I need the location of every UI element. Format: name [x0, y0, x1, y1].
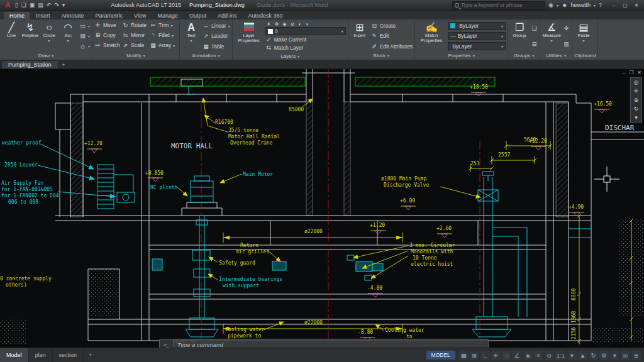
search-input[interactable]: [461, 2, 543, 8]
pan-icon[interactable]: ✛: [634, 88, 639, 94]
isodraft-icon[interactable]: ◇: [502, 351, 511, 360]
ribbon-tab[interactable]: Insert: [30, 12, 56, 19]
binoculars-icon[interactable]: ◉: [548, 2, 553, 8]
modify-tool-button[interactable]: ⇗ Scale: [122, 41, 150, 50]
modify-tool-button[interactable]: ◝ Fillet ▾: [150, 31, 177, 40]
navbar-menu-icon[interactable]: ▾: [635, 114, 638, 121]
block-tool-button[interactable]: ✐ Edit Attributes: [371, 42, 413, 50]
layer-on-icon[interactable]: ☀: [267, 21, 271, 27]
group-button[interactable]: ❐ Group: [510, 21, 529, 52]
draw-small-button[interactable]: ◇ ▾: [79, 42, 90, 50]
doc-close-icon[interactable]: ✕: [637, 70, 641, 75]
property-dropdown[interactable]: ByLayer ▾: [448, 42, 506, 50]
doc-minimize-icon[interactable]: ‒: [623, 70, 625, 75]
panel-title-block[interactable]: Block▾: [350, 52, 413, 60]
layer-unisolate-icon[interactable]: ◑: [305, 21, 308, 27]
modify-tool-button[interactable]: ✛ Move: [94, 21, 122, 30]
lineweight-icon[interactable]: ≡: [534, 351, 543, 360]
grid-icon[interactable]: ▦: [459, 351, 469, 360]
layer-off-icon[interactable]: ⊘: [291, 21, 295, 27]
ribbon-tab[interactable]: Home: [4, 12, 30, 19]
zoom-icon[interactable]: ⊕: [634, 97, 639, 103]
undo-icon[interactable]: ↶: [47, 2, 52, 8]
utility-tool-button[interactable]: ✜: [563, 25, 570, 33]
draw-tool-button[interactable]: ○ Circle ▾: [40, 21, 58, 52]
selection-cycling-icon[interactable]: ⊙: [545, 351, 554, 360]
property-dropdown[interactable]: ByLayer ▾: [448, 22, 506, 30]
doc-restore-icon[interactable]: ❐: [629, 70, 633, 75]
maximize-button[interactable]: ▢: [620, 3, 630, 8]
redo-icon[interactable]: ↷: [54, 2, 59, 8]
panel-title-layers[interactable]: Layers▾: [235, 52, 346, 60]
autocad-logo-icon[interactable]: A: [3, 1, 13, 9]
annotation-tool-button[interactable]: ▦ Table: [203, 42, 230, 50]
save-icon[interactable]: ▣: [30, 2, 35, 8]
qat-menu-icon[interactable]: ▾: [62, 2, 65, 8]
autoscale-icon[interactable]: ↻: [589, 351, 598, 360]
layer-isolate-icon[interactable]: ◐: [298, 21, 301, 27]
signed-in-user[interactable]: hewetth: [570, 2, 591, 8]
panel-title-properties[interactable]: Properties▾: [417, 52, 506, 60]
layout-tab[interactable]: section: [53, 348, 84, 362]
plot-icon[interactable]: ▤: [38, 2, 43, 8]
draw-tool-button[interactable]: ↯ Polyline: [21, 21, 40, 52]
group-tool-button[interactable]: ❏: [531, 25, 538, 33]
modify-tool-button[interactable]: ⊞ Copy: [94, 31, 122, 40]
new-layout-button[interactable]: +: [84, 352, 97, 358]
otrack-icon[interactable]: ∠: [513, 351, 522, 360]
ribbon-tab[interactable]: Autodesk 360: [243, 12, 289, 19]
annotation-tool-button[interactable]: ↔ Linear ▾: [203, 22, 230, 30]
utility-tool-button[interactable]: ▥: [563, 40, 570, 48]
snap-icon[interactable]: ⊞: [470, 351, 479, 360]
draw-small-button[interactable]: ▨ ▾: [79, 32, 90, 40]
search-box[interactable]: [452, 1, 545, 9]
scale-menu-icon[interactable]: ▾: [567, 351, 577, 360]
workspace-menu-icon[interactable]: ▾: [610, 351, 619, 360]
draw-tool-button[interactable]: ╱ Line: [2, 21, 21, 52]
match-properties-button[interactable]: ✍ Match Properties: [417, 21, 446, 52]
annotation-scale-label[interactable]: 1:1: [555, 351, 566, 360]
panel-title-groups[interactable]: Groups▾: [510, 52, 538, 60]
panel-title-annotation[interactable]: Annotation▾: [182, 52, 230, 60]
model-space-badge[interactable]: MODEL: [426, 351, 455, 359]
measure-button[interactable]: ∡ Measure ▾: [542, 21, 561, 52]
minimize-button[interactable]: ‒: [609, 3, 619, 8]
annotation-visibility-icon[interactable]: ▲: [578, 351, 587, 360]
layout-tab[interactable]: Model: [0, 348, 29, 362]
ortho-icon[interactable]: ∟: [480, 351, 490, 360]
search-menu-icon[interactable]: ▾: [557, 3, 558, 8]
new-file-icon[interactable]: ▯: [15, 2, 18, 8]
modify-tool-button[interactable]: ✂ Trim ▾: [150, 21, 177, 30]
ribbon-tab[interactable]: Manage: [152, 12, 184, 19]
command-line[interactable]: >_ Type a command: [159, 339, 489, 348]
ribbon-tab[interactable]: Add-ins: [212, 12, 243, 19]
new-file-tab-button[interactable]: +: [58, 61, 69, 69]
file-tab[interactable]: Pumping_Station: [1, 60, 58, 69]
ribbon-tab[interactable]: Annotate: [56, 12, 90, 19]
ribbon-tab[interactable]: Parametric: [90, 12, 129, 19]
ribbon-tab[interactable]: Output: [184, 12, 212, 19]
draw-tool-button[interactable]: ◠ Arc ▾: [58, 21, 77, 52]
customization-icon[interactable]: ≣: [631, 351, 641, 360]
paste-button[interactable]: ▤ Paste ▾: [574, 21, 593, 52]
layer-action-button[interactable]: ⇆ Match Layer: [265, 43, 346, 52]
polar-icon[interactable]: ✳: [491, 351, 501, 360]
help-icon[interactable]: ?: [599, 2, 602, 8]
property-dropdown[interactable]: — ByLayer ▾: [448, 32, 506, 40]
panel-title-draw[interactable]: Draw▾: [2, 52, 90, 60]
text-tool-button[interactable]: A Text ▾: [182, 21, 201, 52]
panel-title-modify[interactable]: Modify▾: [94, 52, 177, 60]
layer-dropdown[interactable]: 0 ▾: [265, 27, 346, 35]
layer-lock-icon[interactable]: ◈: [283, 21, 287, 27]
modify-tool-button[interactable]: ▦ Array ▾: [150, 41, 177, 50]
workspace-gear-icon[interactable]: ⚙: [599, 351, 609, 360]
modify-tool-button[interactable]: ↻ Rotate: [122, 21, 150, 30]
layout-tab[interactable]: plan: [29, 348, 53, 362]
group-tool-button[interactable]: ⊟: [531, 40, 538, 48]
layer-freeze-icon[interactable]: ❄: [275, 21, 279, 27]
modify-tool-button[interactable]: ⇋ Mirror: [122, 31, 150, 40]
panel-title-clipboard[interactable]: Clipboard: [574, 52, 596, 60]
insert-block-button[interactable]: ⊞ Insert: [350, 21, 369, 52]
ribbon-tab[interactable]: View: [128, 12, 152, 19]
block-tool-button[interactable]: ✎ Edit: [371, 32, 413, 40]
